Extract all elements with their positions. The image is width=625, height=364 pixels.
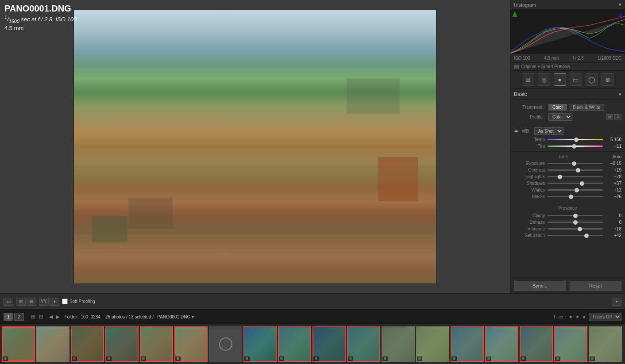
histogram-canvas: [510, 10, 625, 54]
contrast-value: +19: [606, 168, 621, 172]
thumb-badge-8: ⊞: [244, 356, 250, 361]
radial-filter-icon[interactable]: ◯: [586, 73, 598, 86]
clarity-slider-thumb[interactable]: [573, 214, 578, 218]
profile-grid-icon[interactable]: ⊞: [606, 114, 613, 120]
thumb-badge-14: ⊞: [451, 356, 457, 361]
tab-1[interactable]: 1: [4, 313, 13, 321]
settings-icon[interactable]: ⊛: [602, 73, 614, 86]
filter-star-3[interactable]: ★: [582, 314, 586, 319]
thumb-18[interactable]: ⊞: [589, 326, 622, 362]
shadows-slider-row: Shadows +37: [510, 180, 625, 187]
thumb-14[interactable]: ⊞: [451, 326, 484, 362]
vibrance-slider-track[interactable]: [548, 228, 603, 230]
view-single-icon[interactable]: ▭: [4, 298, 13, 306]
thumb-11[interactable]: ⊞: [347, 326, 380, 362]
thumb-10[interactable]: ⊞: [312, 326, 346, 362]
smart-preview-label: Original + Smart Preview: [521, 64, 570, 69]
filmstrip-grid-icon[interactable]: ⊟: [38, 313, 44, 321]
dehaze-slider-thumb[interactable]: [573, 220, 578, 225]
saturation-slider-thumb[interactable]: [584, 234, 589, 238]
blacks-slider-track[interactable]: [548, 196, 603, 197]
treatment-bw-btn[interactable]: Black & White: [569, 104, 604, 111]
highlights-slider-thumb[interactable]: [558, 175, 562, 179]
thumb-2[interactable]: [36, 326, 69, 362]
clarity-slider-row: Clarity 0: [510, 212, 625, 219]
sort-arrow-icon[interactable]: ▾: [50, 298, 59, 306]
hist-focal: 4.5 mm: [544, 56, 559, 61]
profile-expand-icon[interactable]: ⊟: [614, 114, 621, 120]
soft-proof-checkbox-input[interactable]: [62, 299, 68, 304]
thumb-15[interactable]: ⊞: [485, 326, 518, 362]
temp-slider-thumb[interactable]: [574, 138, 579, 142]
basic-panel-arrow[interactable]: ▾: [619, 92, 621, 97]
wb-select[interactable]: As Shot: [534, 127, 563, 135]
exposure-slider-track[interactable]: [548, 163, 603, 164]
thumb-1[interactable]: ⊞: [2, 326, 35, 362]
tint-slider-thumb[interactable]: [572, 144, 576, 149]
thumb-13[interactable]: ⊞: [416, 326, 449, 362]
filter-select[interactable]: Filters Off: [589, 313, 621, 321]
exposure-slider-row: Exposure −0,15: [510, 160, 625, 167]
temp-value: 5 150: [606, 137, 621, 142]
tab-2[interactable]: 2: [14, 313, 24, 321]
thumb-3[interactable]: ⊞: [71, 326, 104, 362]
crop-tool-icon[interactable]: ⊞: [522, 73, 534, 86]
contrast-slider-track[interactable]: [548, 169, 603, 171]
highlights-slider-track[interactable]: [548, 176, 603, 177]
dropdown-arrow[interactable]: ▾: [192, 314, 194, 319]
histogram-chart: [510, 10, 625, 54]
thumb-badge-15: ⊞: [486, 356, 491, 361]
blacks-value: −26: [606, 194, 621, 199]
grid-icon[interactable]: ⊞: [30, 313, 36, 321]
thumb-12[interactable]: ⊞: [382, 326, 415, 362]
folder-label: Folder : 100_0234: [65, 314, 100, 319]
whites-slider-thumb[interactable]: [575, 188, 579, 192]
thumb-4[interactable]: ⊞: [105, 326, 139, 362]
profile-select[interactable]: Color: [548, 113, 572, 121]
tint-slider-track[interactable]: [548, 146, 603, 147]
nav-prev-btn[interactable]: ◄: [48, 313, 54, 320]
saturation-slider-track[interactable]: [548, 235, 603, 236]
thumb-9[interactable]: ⊞: [278, 326, 311, 362]
histogram-header: Histogram ▾: [510, 0, 625, 10]
thumb-8[interactable]: ⊞: [243, 326, 277, 362]
dehaze-slider-track[interactable]: [548, 222, 603, 223]
panel-bottom-buttons: Sync... Reset: [510, 278, 625, 293]
exposure-slider-thumb[interactable]: [572, 161, 576, 166]
eyedropper-icon[interactable]: ✒: [514, 128, 519, 135]
toolbar-expand-icon[interactable]: ▾: [612, 298, 621, 306]
whites-slider-track[interactable]: [548, 189, 603, 191]
compare-view-icon[interactable]: ⊟: [27, 298, 36, 306]
treatment-color-btn[interactable]: Color: [548, 104, 567, 111]
graduated-filter-icon[interactable]: ▭: [570, 73, 582, 86]
contrast-slider-thumb[interactable]: [576, 168, 580, 172]
adjustment-brush-icon[interactable]: ●: [554, 73, 566, 86]
thumb-6[interactable]: ⊞: [174, 326, 208, 362]
blacks-slider-thumb[interactable]: [569, 195, 573, 199]
filter-star-2[interactable]: ★: [575, 314, 579, 319]
shadows-slider-thumb[interactable]: [580, 181, 584, 186]
hist-aperture: f / 2,8: [573, 56, 584, 61]
grid-view-icon[interactable]: ⊞: [16, 298, 26, 306]
sort-icon[interactable]: YY: [39, 298, 49, 306]
thumb-badge-1: ⊞: [3, 356, 8, 361]
vibrance-value: +18: [606, 226, 621, 231]
clarity-slider-track[interactable]: [548, 215, 603, 216]
toolbar-right: ▾: [612, 298, 621, 306]
vibrance-slider-thumb[interactable]: [578, 227, 582, 231]
thumb-5[interactable]: ⊞: [140, 326, 173, 362]
reset-button[interactable]: Reset: [570, 281, 622, 291]
whites-value: +12: [606, 188, 621, 192]
temp-slider-track[interactable]: [548, 139, 603, 140]
thumb-7[interactable]: [209, 326, 242, 362]
soft-proofing-toggle[interactable]: Soft Proofing: [62, 299, 95, 304]
auto-btn[interactable]: Auto: [612, 154, 621, 159]
histogram-arrow[interactable]: ▾: [619, 2, 621, 8]
filter-star-1[interactable]: ★: [569, 314, 573, 319]
shadows-slider-track[interactable]: [548, 183, 603, 184]
thumb-17[interactable]: ⊞: [554, 326, 587, 362]
thumb-16[interactable]: ⊞: [520, 326, 553, 362]
sync-button[interactable]: Sync...: [514, 281, 566, 291]
spot-removal-icon[interactable]: ◎: [538, 73, 550, 86]
nav-next-btn[interactable]: ►: [55, 313, 61, 320]
